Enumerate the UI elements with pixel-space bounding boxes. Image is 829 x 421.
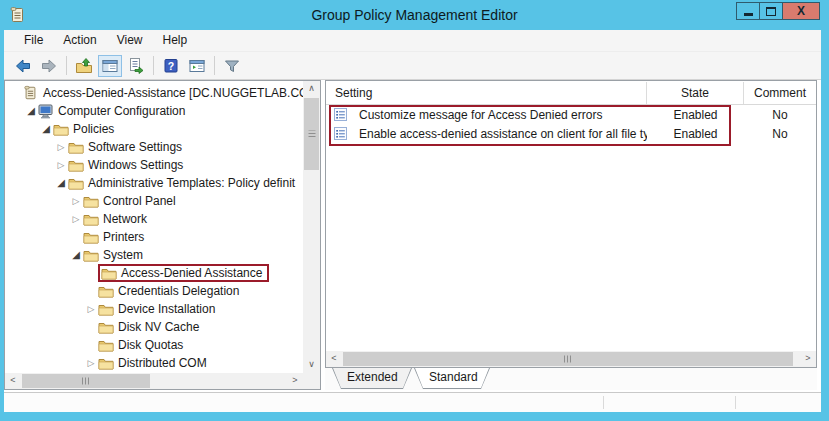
filter-button[interactable] [220,55,244,77]
policy-icon [334,108,353,121]
tree-item-label: Access-Denied-Assistance [DC.NUGGETLAB.C… [40,86,303,100]
expander-expanded-icon[interactable]: ◢ [39,120,53,138]
menubar: FileActionViewHelp [4,30,821,52]
tree-item[interactable]: Credentials Delegation [5,282,303,300]
folder-icon [98,284,115,298]
tree-item-label: Disk Quotas [115,338,183,352]
tree-view: Access-Denied-Assistance [DC.NUGGETLAB.C… [5,81,303,373]
tree-item-label: Computer Configuration [55,104,185,118]
list-rows: Customize message for Access Denied erro… [326,105,816,143]
tree-item[interactable]: ▷Network [5,210,303,228]
export-list-icon [127,57,145,75]
minimize-button[interactable] [736,2,760,20]
show-action-pane-button[interactable] [185,55,209,77]
tree-item-label: Administrative Templates: Policy definit [85,176,295,190]
tree-item[interactable]: ▷Distributed COM [5,354,303,372]
tree-item[interactable]: ◢System [5,246,303,264]
tree-item[interactable]: Printers [5,228,303,246]
export-list-button[interactable] [124,55,148,77]
tree-item[interactable]: ▷Control Panel [5,192,303,210]
scroll-right-icon[interactable]: > [287,373,303,389]
window-controls: X [737,2,820,20]
scroll-up-icon[interactable]: ∧ [303,81,320,97]
expander-collapsed-icon[interactable]: ▷ [84,300,98,318]
column-header-comment[interactable]: Comment [744,82,816,104]
folder-icon [83,230,100,244]
toolbar-separator [66,56,67,75]
tab-extended[interactable]: Extended [332,368,412,389]
statusbar-separator [603,396,604,409]
tree-item-label: Software Settings [85,140,182,154]
tree-item[interactable]: ▷Windows Settings [5,156,303,174]
maximize-button[interactable] [759,2,783,20]
tree-item[interactable]: Disk NV Cache [5,318,303,336]
titlebar: Group Policy Management Editor X [0,0,829,30]
tab-extended-label: Extended [333,368,411,388]
settings-horizontal-scrollbar[interactable]: < > [326,351,816,367]
menu-item-file[interactable]: File [14,30,53,51]
statusbar-separator [735,396,736,409]
list-header: Setting State Comment [326,81,816,105]
expander-expanded-icon[interactable]: ◢ [54,174,68,192]
tree-vertical-scrollbar[interactable]: ∧ ∨ [303,81,320,373]
tree-item-label: Network [100,212,147,226]
maximize-icon [766,7,776,16]
help-icon: ? [162,57,180,75]
setting-row[interactable]: Customize message for Access Denied erro… [326,105,816,124]
setting-cell: Customize message for Access Denied erro… [326,108,647,122]
settings-pane: Setting State Comment Customize message … [325,80,817,368]
column-header-setting[interactable]: Setting [326,82,647,104]
show-console-tree-icon [101,57,119,75]
expander-expanded-icon[interactable]: ◢ [24,102,38,120]
window-content: FileActionViewHelp [4,30,821,412]
tree-item[interactable]: ◢Computer Configuration [5,102,303,120]
expander-collapsed-icon[interactable]: ▷ [69,192,83,210]
expander-collapsed-icon[interactable]: ▷ [69,210,83,228]
tree-item[interactable]: ▷Device Installation [5,300,303,318]
setting-row[interactable]: Enable access-denied assistance on clien… [326,124,816,143]
scroll-left-icon[interactable]: < [5,373,21,389]
tree-item-label: System [100,248,143,262]
scroll-right-icon[interactable]: > [800,351,816,367]
toolbar-separator [214,56,215,75]
scrollbar-thumb[interactable] [22,374,150,388]
show-console-tree-button[interactable] [98,55,122,77]
folder-icon [98,338,115,352]
comment-value: No [744,127,816,141]
scroll-left-icon[interactable]: < [326,351,342,367]
expander-collapsed-icon[interactable]: ▷ [84,354,98,372]
tree-item[interactable]: Access-Denied Assistance [5,264,303,282]
scrollbar-thumb[interactable] [304,98,319,170]
menu-item-help[interactable]: Help [153,30,198,51]
gpo-icon [23,85,40,101]
expander-expanded-icon[interactable]: ◢ [69,246,83,264]
folder-icon [98,302,115,316]
tree-item[interactable]: ◢Administrative Templates: Policy defini… [5,174,303,192]
tree-horizontal-scrollbar[interactable]: < > [5,373,303,389]
tree-item-label: Policies [70,122,114,136]
back-button[interactable] [11,55,35,77]
tab-standard[interactable]: Standard [414,368,490,389]
setting-name: Customize message for Access Denied erro… [359,108,602,122]
help-button[interactable]: ? [159,55,183,77]
expander-collapsed-icon[interactable]: ▷ [54,138,68,156]
tree-item[interactable]: ◢Policies [5,120,303,138]
tree-item[interactable]: Disk Quotas [5,336,303,354]
computer-icon [38,104,55,119]
up-one-level-button[interactable] [72,55,96,77]
close-button[interactable]: X [782,2,820,20]
menu-item-action[interactable]: Action [53,30,106,51]
expander-collapsed-icon[interactable]: ▷ [54,156,68,174]
tree-item[interactable]: ▷Software Settings [5,138,303,156]
tree-item[interactable]: Access-Denied-Assistance [DC.NUGGETLAB.C… [5,84,303,102]
toolbar-separator [153,56,154,75]
scrollbar-thumb[interactable] [343,352,793,366]
forward-button[interactable] [37,55,61,77]
scroll-down-icon[interactable]: ∨ [303,357,320,373]
column-header-state[interactable]: State [647,82,744,104]
tree-item-label: Distributed COM [115,356,207,370]
tree-item-label: Printers [100,230,144,244]
menu-item-view[interactable]: View [107,30,153,51]
setting-name: Enable access-denied assistance on clien… [359,127,647,141]
tree-item-label: Credentials Delegation [115,284,239,298]
